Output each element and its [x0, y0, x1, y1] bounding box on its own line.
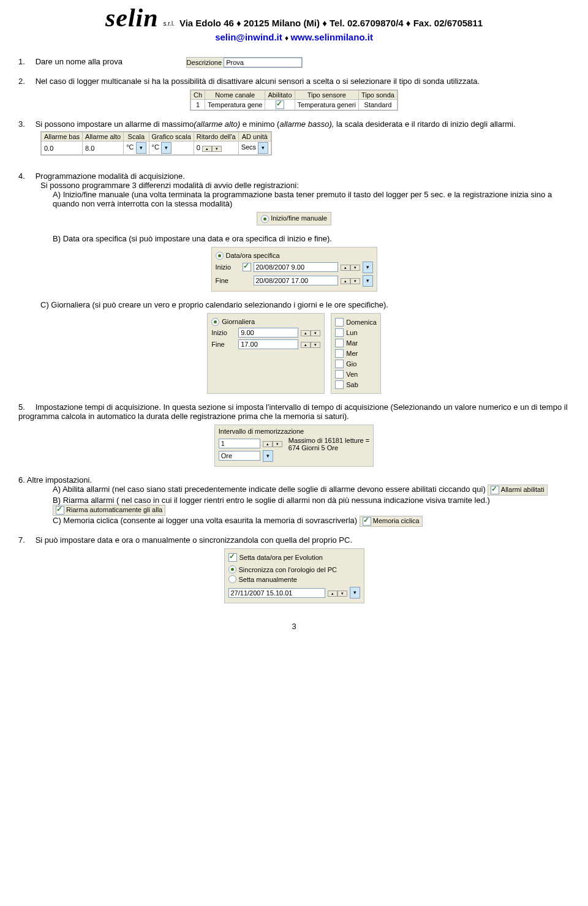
g-inizio-input[interactable]: [238, 328, 298, 338]
spin-up-icon[interactable]: ▴: [202, 146, 212, 152]
spin-up-icon[interactable]: ▴: [301, 330, 311, 336]
allarmi-abilitati-option[interactable]: Allarmi abilitati: [488, 485, 547, 496]
chevron-down-icon[interactable]: ▾: [363, 275, 373, 287]
checkbox-icon[interactable]: [491, 486, 499, 494]
step-4b: B) Data ora specifica (si può impostare …: [53, 234, 570, 243]
chevron-down-icon[interactable]: ▾: [363, 262, 373, 273]
description-input[interactable]: [224, 58, 302, 67]
fine-input[interactable]: [254, 276, 338, 285]
spin-up-icon[interactable]: ▴: [301, 342, 311, 348]
spin-down-icon[interactable]: ▾: [337, 591, 347, 597]
radio-manual-option[interactable]: Inizio/fine manuale: [257, 212, 331, 225]
step-6: 6. Altre impostazioni. A) Abilita allarm…: [18, 475, 570, 527]
th-name: Nome canale: [205, 91, 265, 100]
day-label: Lun: [346, 329, 357, 336]
cell-high[interactable]: 8.0: [83, 142, 124, 155]
checkbox-icon[interactable]: [243, 263, 251, 271]
cell-sensor[interactable]: Temperatura generi: [295, 100, 358, 110]
checkbox-icon[interactable]: [335, 380, 344, 389]
step-text: Si può impostare data e ora o manualment…: [36, 535, 352, 545]
sub-text: Abilita allarmi (nel caso siano stati pr…: [62, 485, 488, 494]
chevron-down-icon[interactable]: ▾: [263, 450, 273, 462]
radio-icon[interactable]: [216, 252, 224, 260]
g-fine-input[interactable]: [238, 339, 298, 349]
sub-label: A): [53, 485, 61, 494]
step-text: Impostazione tempi di acquisizione. In q…: [18, 402, 568, 421]
step-subtext: Si possono programmare 3 differenzi moda…: [40, 181, 570, 190]
spin-up-icon[interactable]: ▴: [341, 265, 350, 271]
spin-down-icon[interactable]: ▾: [350, 265, 360, 271]
day-label: Mar: [346, 339, 358, 347]
checkbox-icon[interactable]: [335, 370, 344, 379]
step-2: 2. Nel caso di logger multicanale si ha …: [18, 77, 570, 111]
cell-scale[interactable]: °C ▾: [124, 142, 149, 155]
separator-icon: ♦: [285, 34, 290, 42]
spin-down-icon[interactable]: ▾: [273, 441, 282, 447]
radio-icon[interactable]: [261, 215, 269, 223]
sub-text: Data ora specifica (si può impostare una…: [63, 234, 332, 243]
datetime-input[interactable]: [228, 588, 325, 598]
step-text: Altre impostazioni.: [27, 475, 92, 485]
step-4: 4. Programmazione modalità di acquisizio…: [18, 172, 570, 394]
chevron-down-icon[interactable]: ▾: [350, 587, 360, 598]
interval-input[interactable]: [219, 439, 260, 448]
description-label: Descrizione: [187, 59, 222, 66]
step-number: 5.: [18, 402, 33, 412]
description-field: Descrizione: [186, 57, 303, 68]
cell-gscale[interactable]: °C ▾: [149, 142, 194, 155]
checkbox-icon[interactable]: [363, 517, 371, 526]
cell-low[interactable]: 0.0: [42, 142, 83, 155]
checkbox-icon[interactable]: [276, 100, 284, 109]
cell-enabled[interactable]: [265, 100, 295, 110]
radio-icon[interactable]: [228, 565, 236, 573]
checkbox-icon[interactable]: [335, 349, 344, 358]
checkbox-icon[interactable]: [335, 318, 344, 327]
memoria-ciclica-option[interactable]: Memoria ciclica: [360, 516, 423, 527]
checkbox-icon[interactable]: [335, 339, 344, 347]
spin-up-icon[interactable]: ▴: [341, 278, 350, 284]
spin-down-icon[interactable]: ▾: [311, 330, 320, 336]
company-website[interactable]: www.selinmilano.it: [290, 32, 372, 42]
cell-delay[interactable]: 0 ▴▾: [194, 142, 238, 155]
spin-down-icon[interactable]: ▾: [350, 278, 360, 284]
brand-logo: selin: [105, 5, 159, 31]
g-inizio-label: Inizio: [211, 329, 236, 336]
th-adunit: AD unità: [238, 132, 271, 142]
th-gscale: Grafico scala: [149, 132, 194, 142]
radio-label: Setta manualmente: [239, 576, 297, 583]
step-text: Nel caso di logger multicanale si ha la …: [36, 77, 480, 86]
step-number: 4.: [18, 172, 33, 181]
cell-probe[interactable]: Standard: [358, 100, 397, 110]
table-row: 0.0 8.0 °C ▾ °C ▾ 0 ▴▾ Secs ▾: [42, 142, 271, 155]
datetime-group: Data/ora specifica Inizio ▴▾ ▾ Fine ▴▾: [211, 247, 377, 292]
checkbox-icon[interactable]: [335, 360, 344, 368]
checkbox-icon[interactable]: [335, 328, 344, 337]
th-probe: Tipo sonda: [358, 91, 397, 100]
spin-up-icon[interactable]: ▴: [263, 441, 273, 447]
riarma-option[interactable]: Riarma automaticamente gli alla: [53, 505, 165, 516]
step-6a: A) Abilita allarmi (nel caso siano stati…: [53, 485, 570, 496]
radio-icon[interactable]: [228, 575, 236, 583]
spin-down-icon[interactable]: ▾: [311, 342, 320, 348]
chevron-down-icon[interactable]: ▾: [161, 142, 172, 154]
chevron-down-icon[interactable]: ▾: [258, 142, 268, 154]
datetime-sync-group: Setta data/ora per Evolution Sincronizza…: [224, 548, 364, 603]
chevron-down-icon[interactable]: ▾: [136, 142, 146, 154]
step-number: 6.: [18, 475, 25, 485]
step-text: Si possono impostare un allarme di massi…: [36, 119, 516, 129]
radio-label: Sincronizza con l'orologio del PC: [239, 566, 337, 573]
max-readings-line1: Massimo di 16181 letture =: [288, 437, 369, 444]
spin-up-icon[interactable]: ▴: [328, 591, 337, 597]
step-4c-text: C) Giornaliera (si può creare un vero e …: [40, 300, 570, 309]
cell-name[interactable]: Temperatura gene: [205, 100, 265, 110]
channel-table: Ch Nome canale Abilitato Tipo sensore Ti…: [190, 89, 398, 111]
spin-down-icon[interactable]: ▾: [212, 146, 222, 152]
checkbox-icon[interactable]: [56, 506, 64, 515]
inizio-input[interactable]: [254, 262, 338, 272]
unit-input[interactable]: [219, 451, 260, 461]
checkbox-icon[interactable]: [228, 553, 237, 562]
cell-adunit[interactable]: Secs ▾: [238, 142, 271, 155]
radio-icon[interactable]: [211, 318, 219, 326]
brand-srl: s.r.l.: [164, 20, 175, 31]
company-email[interactable]: selin@inwind.it: [215, 32, 282, 42]
